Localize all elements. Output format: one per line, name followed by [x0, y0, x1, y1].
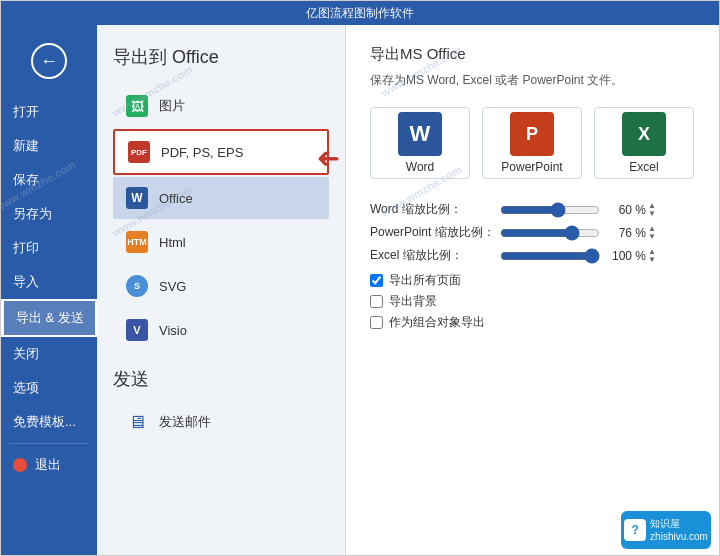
excel-icon: X: [622, 112, 666, 156]
sidebar-item-open[interactable]: 打开: [1, 95, 97, 129]
menu-item-office[interactable]: W Office: [113, 177, 329, 219]
checkbox-all-pages-row: 导出所有页面: [370, 272, 695, 289]
send-section-title: 发送: [113, 367, 329, 391]
menu-item-image[interactable]: 🖼 图片: [113, 85, 329, 127]
word-scale-spinner[interactable]: ▲ ▼: [648, 202, 664, 218]
checkbox-bg-label: 导出背景: [389, 293, 437, 310]
title-text: 亿图流程图制作软件: [306, 5, 414, 22]
word-scale-slider[interactable]: [500, 202, 600, 218]
image-icon: 🖼: [125, 94, 149, 118]
sidebar-item-export[interactable]: 导出 & 发送: [1, 299, 97, 337]
sidebar: ← 打开 新建 保存 另存为 打印 导入 导出 & 发送 关闭 选项 免费模板.…: [1, 25, 97, 556]
excel-scale-label: Excel 缩放比例：: [370, 247, 500, 264]
checkbox-bg[interactable]: [370, 295, 383, 308]
right-panel-desc: 保存为MS Word, Excel 或者 PowerPoint 文件。: [370, 72, 695, 89]
checkbox-group-label: 作为组合对象导出: [389, 314, 485, 331]
export-section-title: 导出到 Office: [113, 45, 329, 69]
html-icon: HTM: [125, 230, 149, 254]
checkbox-all-pages-label: 导出所有页面: [389, 272, 461, 289]
ppt-scale-value: 76 %: [606, 226, 646, 240]
powerpoint-button[interactable]: P PowerPoint: [482, 107, 582, 179]
pdf-icon: PDF: [127, 140, 151, 164]
sidebar-item-saveas[interactable]: 另存为: [1, 197, 97, 231]
sidebar-item-new[interactable]: 新建: [1, 129, 97, 163]
ppt-scale-slider[interactable]: [500, 225, 600, 241]
office-icons-row: W Word P PowerPoint X Excel: [370, 107, 695, 183]
back-button[interactable]: ←: [31, 43, 67, 79]
menu-item-email[interactable]: 🖥 发送邮件: [113, 401, 329, 443]
svg-icon: S: [125, 274, 149, 298]
visio-icon: V: [125, 318, 149, 342]
sidebar-item-print[interactable]: 打印: [1, 231, 97, 265]
right-panel-title: 导出MS Office: [370, 45, 695, 64]
sidebar-item-templates[interactable]: 免费模板...: [1, 405, 97, 439]
title-bar: 亿图流程图制作软件: [1, 1, 719, 25]
menu-item-pdf[interactable]: PDF PDF, PS, EPS: [113, 129, 329, 175]
sidebar-item-options[interactable]: 选项: [1, 371, 97, 405]
word-menu-icon: W: [125, 186, 149, 210]
sidebar-item-save[interactable]: 保存: [1, 163, 97, 197]
menu-item-svg[interactable]: S SVG: [113, 265, 329, 307]
excel-scale-slider[interactable]: [500, 248, 600, 264]
word-scale-value: 60 %: [606, 203, 646, 217]
menu-panel: www.wmzhe.com www.wmzhe.com 导出到 Office 🖼…: [97, 25, 345, 556]
right-panel: www.wmzhe.com www.wmzhe.com 导出MS Office …: [345, 25, 719, 556]
checkbox-group-row: 作为组合对象导出: [370, 314, 695, 331]
sidebar-item-exit[interactable]: 退出: [1, 448, 97, 482]
word-scale-label: Word 缩放比例：: [370, 201, 500, 218]
checkbox-group[interactable]: [370, 316, 383, 329]
sidebar-divider: [9, 443, 89, 444]
ppt-scale-label: PowerPoint 缩放比例：: [370, 224, 500, 241]
word-icon: W: [398, 112, 442, 156]
sidebar-item-import[interactable]: 导入: [1, 265, 97, 299]
menu-item-html[interactable]: HTM Html: [113, 221, 329, 263]
excel-scale-spinner[interactable]: ▲ ▼: [648, 248, 664, 264]
sidebar-item-close[interactable]: 关闭: [1, 337, 97, 371]
excel-scale-row: Excel 缩放比例： 100 % ▲ ▼: [370, 247, 695, 264]
exit-icon: [13, 458, 27, 472]
menu-item-visio[interactable]: V Visio: [113, 309, 329, 351]
checkbox-all-pages[interactable]: [370, 274, 383, 287]
ppt-scale-spinner[interactable]: ▲ ▼: [648, 225, 664, 241]
content-area: www.wmzhe.com www.wmzhe.com 导出到 Office 🖼…: [97, 25, 719, 556]
knowledge-badge: ? 知识屋 zhishivu.com: [621, 511, 711, 549]
arrow-to-pdf: ➜: [317, 143, 340, 176]
email-icon: 🖥: [125, 410, 149, 434]
badge-icon: ?: [624, 519, 646, 541]
ppt-icon: P: [510, 112, 554, 156]
checkbox-bg-row: 导出背景: [370, 293, 695, 310]
word-scale-row: Word 缩放比例： 60 % ▲ ▼: [370, 201, 695, 218]
excel-button[interactable]: X Excel: [594, 107, 694, 179]
excel-scale-value: 100 %: [606, 249, 646, 263]
ppt-scale-row: PowerPoint 缩放比例： 76 % ▲ ▼: [370, 224, 695, 241]
word-button[interactable]: W Word: [370, 107, 470, 179]
